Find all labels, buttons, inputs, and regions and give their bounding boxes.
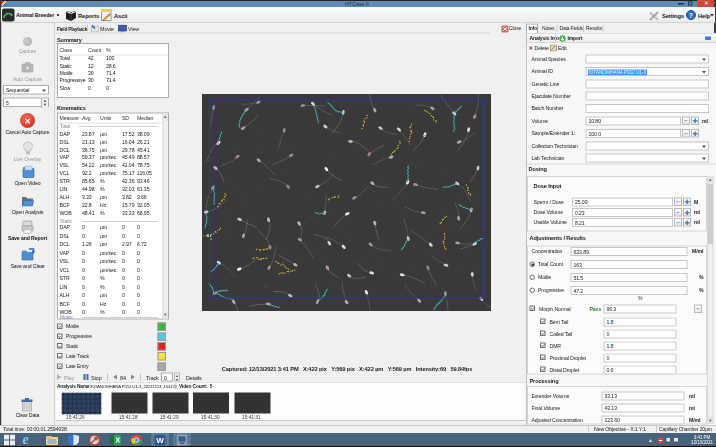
svg-text:W: W: [156, 436, 164, 445]
